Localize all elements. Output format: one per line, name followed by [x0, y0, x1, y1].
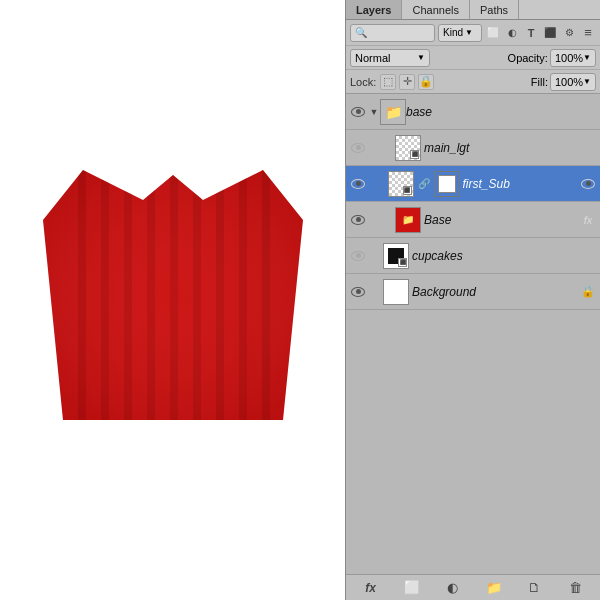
layer-thumbnail: 📁	[395, 207, 421, 233]
layer-name: first_Sub	[463, 177, 579, 191]
layers-panel: Layers Channels Paths 🔍 Kind ▼ ⬜ ◐ T ⬛ ⚙…	[345, 0, 600, 600]
eye-icon	[351, 287, 365, 297]
search-icon: 🔍	[355, 27, 367, 38]
lock-label: Lock:	[350, 76, 376, 88]
layer-thumbnail-left: ⬛	[388, 171, 414, 197]
tab-layers[interactable]: Layers	[346, 0, 402, 19]
layer-thumbnail	[383, 279, 409, 305]
adjustment-icon: ◐	[447, 580, 458, 595]
lock-icon: 🔒	[581, 285, 595, 298]
fx-badge[interactable]: fx	[578, 202, 598, 237]
canvas-area	[0, 0, 345, 600]
layer-thumbnail-right	[434, 171, 460, 197]
layer-thumbnail: ⬛	[395, 135, 421, 161]
smart-badge: ⬛	[410, 150, 419, 159]
blend-opacity-toolbar: Normal ▼ Opacity: 100% ▼	[346, 46, 600, 70]
fill-label: Fill:	[531, 76, 548, 88]
new-layer-icon: 🗋	[528, 580, 541, 595]
lock-position-icon[interactable]: ✛	[399, 74, 415, 90]
opacity-label: Opacity:	[508, 52, 548, 64]
blend-mode-dropdown[interactable]: Normal ▼	[350, 49, 430, 67]
mask-icon: ⬜	[404, 580, 420, 595]
layers-list: ▼ 📁 base ⬛ main_lgt	[346, 94, 600, 574]
eye-icon	[351, 179, 365, 189]
folder-icon: 📁	[486, 580, 502, 595]
trash-icon: 🗑	[569, 580, 582, 595]
tab-paths[interactable]: Paths	[470, 0, 519, 19]
delete-layer-button[interactable]: 🗑	[566, 578, 586, 598]
layer-row[interactable]: ↑↓ ⬛ 🔗 first_Sub	[346, 166, 600, 202]
layer-name: Base	[424, 213, 578, 227]
lock-icons: ⬚ ✛ 🔒	[380, 74, 434, 90]
layer-row[interactable]: ▼ 📁 base	[346, 94, 600, 130]
chevron-down-icon: ▼	[465, 28, 473, 37]
opacity-value[interactable]: 100% ▼	[550, 49, 596, 67]
layer-name: Background	[412, 285, 578, 299]
tab-bar: Layers Channels Paths	[346, 0, 600, 20]
layer-thumbnail: ⬛	[383, 243, 409, 269]
layer-name: main_lgt	[424, 141, 598, 155]
visibility-badge[interactable]	[578, 166, 598, 201]
fill-control: Fill: 100% ▼	[531, 73, 596, 91]
mask-thumbnail	[438, 175, 456, 193]
filter-icons: ⬜ ◐ T ⬛ ⚙ ≡	[485, 25, 596, 41]
fx-bottom-icon: fx	[365, 581, 376, 595]
thumb-content: 📁	[396, 208, 420, 232]
new-group-button[interactable]: 📁	[484, 578, 504, 598]
shape-filter-icon[interactable]: ⬛	[542, 25, 558, 41]
blend-mode-label: Normal	[355, 52, 390, 64]
link-arrows: ↑↓	[380, 177, 384, 191]
lock-fill-toolbar: Lock: ⬚ ✛ 🔒 Fill: 100% ▼	[346, 70, 600, 94]
pixel-filter-icon[interactable]: ⬜	[485, 25, 501, 41]
expand-icon[interactable]: ▼	[368, 107, 380, 117]
search-box: 🔍	[350, 24, 435, 42]
toggle-filter-icon[interactable]: ≡	[580, 25, 596, 41]
chevron-blend-icon: ▼	[417, 53, 425, 62]
chevron-fill-icon: ▼	[583, 77, 591, 86]
visibility-toggle[interactable]	[348, 202, 368, 237]
opacity-control: Opacity: 100% ▼	[508, 49, 596, 67]
eye-badge-icon	[581, 179, 595, 189]
type-filter-icon[interactable]: T	[523, 25, 539, 41]
fill-value[interactable]: 100% ▼	[550, 73, 596, 91]
fx-icon: fx	[584, 214, 593, 226]
smart-badge: ⬛	[398, 258, 407, 267]
link-icon: 🔗	[418, 178, 430, 189]
visibility-toggle[interactable]	[348, 238, 368, 273]
visibility-toggle[interactable]	[348, 130, 368, 165]
layer-row[interactable]: Background 🔒	[346, 274, 600, 310]
eye-icon	[351, 107, 365, 117]
filter-toolbar: 🔍 Kind ▼ ⬜ ◐ T ⬛ ⚙ ≡	[346, 20, 600, 46]
cupcake-art	[23, 160, 323, 440]
eye-icon	[351, 215, 365, 225]
visibility-toggle[interactable]	[348, 274, 368, 309]
tab-channels[interactable]: Channels	[402, 0, 469, 19]
layer-thumbnail: 📁	[380, 99, 406, 125]
adjustment-filter-icon[interactable]: ◐	[504, 25, 520, 41]
smart-badge: ⬛	[403, 186, 412, 195]
eye-icon	[351, 251, 365, 261]
kind-dropdown[interactable]: Kind ▼	[438, 24, 482, 42]
visibility-toggle[interactable]	[348, 94, 368, 129]
lock-badge: 🔒	[578, 274, 598, 309]
layer-row[interactable]: 📁 Base fx	[346, 202, 600, 238]
layer-name: base	[406, 105, 598, 119]
kind-label: Kind	[443, 27, 463, 38]
add-mask-button[interactable]: ⬜	[402, 578, 422, 598]
new-layer-button[interactable]: 🗋	[525, 578, 545, 598]
smart-filter-icon[interactable]: ⚙	[561, 25, 577, 41]
add-adjustment-button[interactable]: ◐	[443, 578, 463, 598]
chevron-opacity-icon: ▼	[583, 53, 591, 62]
add-style-button[interactable]: fx	[361, 578, 381, 598]
lock-pixels-icon[interactable]: ⬚	[380, 74, 396, 90]
layer-name: cupcakes	[412, 249, 598, 263]
eye-icon	[351, 143, 365, 153]
layer-row[interactable]: ⬛ cupcakes	[346, 238, 600, 274]
layer-row[interactable]: ⬛ main_lgt	[346, 130, 600, 166]
layers-bottom-toolbar: fx ⬜ ◐ 📁 🗋 🗑	[346, 574, 600, 600]
visibility-toggle[interactable]	[348, 166, 368, 201]
lock-all-icon[interactable]: 🔒	[418, 74, 434, 90]
